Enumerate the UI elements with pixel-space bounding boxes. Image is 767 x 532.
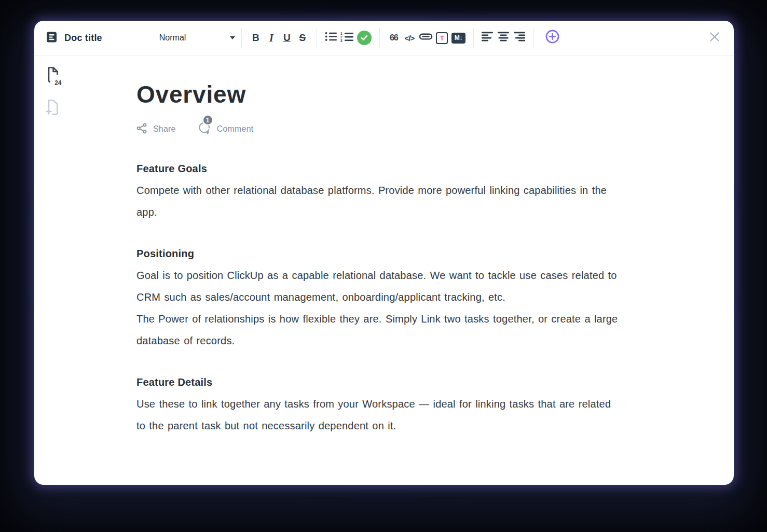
align-center-button[interactable] (496, 30, 511, 46)
pages-button[interactable]: 24 (46, 67, 60, 85)
doc-section: Positioning Goal is to position ClickUp … (136, 243, 622, 352)
align-center-icon (497, 32, 510, 44)
doc-window: Doc title Normal B I U S 123 66 (34, 21, 734, 485)
markdown-icon: M↓ (451, 33, 465, 44)
text-color-button[interactable]: T (434, 30, 450, 46)
chevron-down-icon (230, 36, 235, 39)
toolbar-divider (317, 28, 317, 48)
section-paragraph[interactable]: The Power of relationships is how flexib… (136, 308, 622, 352)
comment-count-badge: 1 (202, 115, 213, 125)
section-heading[interactable]: Positioning (136, 243, 622, 264)
add-page-button[interactable] (46, 99, 60, 117)
svg-text:2: 2 (340, 35, 343, 39)
editor-toolbar: Doc title Normal B I U S 123 66 (34, 21, 734, 55)
doc-title-button[interactable]: Doc title (46, 31, 102, 45)
bold-button[interactable]: B (248, 30, 264, 46)
comment-icon-wrap: 1 (198, 121, 211, 137)
markdown-glyph: M↓ (455, 34, 462, 41)
doc-title-label: Doc title (64, 33, 102, 44)
align-right-icon (513, 32, 525, 44)
rail-divider (46, 92, 59, 92)
numbered-list-button[interactable]: 123 (339, 30, 355, 46)
section-paragraph[interactable]: Use these to link together any tasks fro… (136, 393, 622, 437)
doc-editor[interactable]: Overview Share 1 Comment (71, 55, 734, 485)
doc-content[interactable]: Feature Goals Compete with other relatio… (136, 158, 622, 437)
italic-button[interactable]: I (264, 30, 279, 46)
doc-section: Feature Details Use these to link togeth… (136, 371, 622, 437)
toolbar-divider (473, 28, 474, 48)
comment-button[interactable]: 1 Comment (198, 121, 254, 137)
bullet-list-button[interactable] (323, 30, 339, 46)
quote-button[interactable]: 66 (386, 30, 402, 46)
add-block-button[interactable] (544, 30, 561, 46)
underline-button[interactable]: U (279, 30, 295, 46)
section-heading[interactable]: Feature Goals (136, 158, 622, 179)
t-glyph: T (440, 34, 444, 42)
plus-circle-icon (545, 30, 559, 46)
section-heading[interactable]: Feature Details (136, 371, 622, 393)
align-left-icon (482, 32, 494, 44)
text-style-value: Normal (159, 33, 186, 43)
strikethrough-button[interactable]: S (295, 30, 310, 46)
markdown-button[interactable]: M↓ (450, 30, 467, 46)
toolbar-divider (533, 28, 533, 48)
svg-text:1: 1 (340, 32, 343, 35)
doc-actions: Share 1 Comment (136, 121, 672, 137)
doc-body-row: 24 Overview Share (34, 55, 734, 485)
green-check-circle-icon (357, 31, 372, 45)
close-icon (709, 31, 720, 45)
share-icon (136, 123, 147, 136)
toolbar-divider (241, 28, 242, 48)
bullet-list-icon (325, 32, 337, 44)
numbered-list-icon: 123 (340, 32, 354, 45)
section-paragraph[interactable]: Goal is to position ClickUp as a capable… (136, 264, 622, 308)
text-style-t-icon: T (436, 32, 448, 44)
chain-link-icon (419, 32, 433, 44)
doc-icon (46, 31, 58, 45)
checklist-button[interactable] (355, 30, 373, 46)
comment-label: Comment (217, 124, 254, 134)
share-button[interactable]: Share (136, 123, 176, 136)
toolbar-divider (379, 28, 380, 48)
close-button[interactable] (709, 31, 720, 45)
page-count-label: 24 (53, 80, 61, 87)
doc-section: Feature Goals Compete with other relatio… (136, 158, 622, 223)
add-page-icon (46, 99, 60, 117)
link-button[interactable] (417, 30, 434, 46)
section-paragraph[interactable]: Compete with other relational database p… (136, 179, 622, 223)
align-left-button[interactable] (480, 30, 496, 46)
svg-text:3: 3 (340, 39, 343, 42)
page-rail: 24 (34, 55, 71, 485)
page-title[interactable]: Overview (136, 80, 672, 109)
text-style-dropdown[interactable]: Normal (159, 33, 235, 43)
code-button[interactable]: </> (402, 30, 417, 46)
align-right-button[interactable] (511, 30, 527, 46)
share-label: Share (153, 124, 176, 134)
